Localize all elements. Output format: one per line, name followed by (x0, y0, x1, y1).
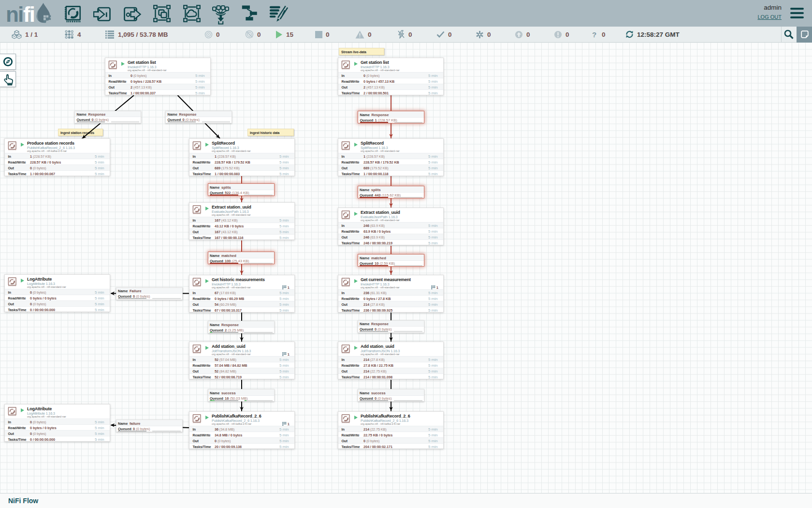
svg-text:fi: fi (23, 2, 34, 26)
svg-text:?: ? (592, 30, 596, 39)
svg-text:ni: ni (6, 2, 23, 26)
